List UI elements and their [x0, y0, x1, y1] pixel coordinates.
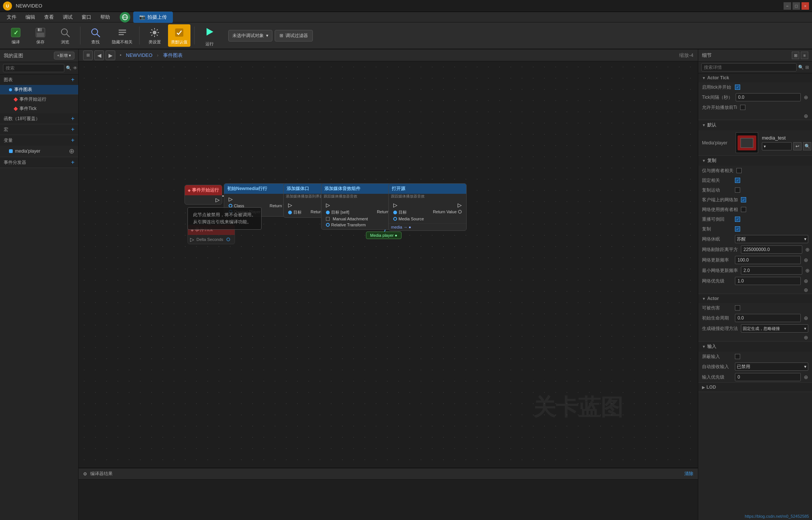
canvas-area[interactable]: ◆ 事件开始运行 ▷ 初始Newmedia行行 ▷ Class Owning P… [79, 61, 698, 468]
class-settings-button[interactable]: 类设置 [143, 24, 166, 47]
replicate-checkbox[interactable] [735, 226, 740, 232]
bottom-link[interactable]: https://blog.csdn.net/m0_52452585 [745, 514, 809, 519]
media-search-button[interactable]: 🔍 [803, 142, 811, 150]
minimize-button[interactable]: − [784, 2, 791, 10]
allow-tick-before-begin-play-row: 允许开始播放前Ti [698, 103, 812, 112]
menu-edit[interactable]: 编辑 [22, 12, 39, 22]
input-header[interactable]: ▼ 输入 [698, 342, 812, 352]
net-load-client-checkbox[interactable] [741, 197, 746, 202]
net-cull-spin[interactable]: ⊕ [805, 247, 810, 253]
actor-header[interactable]: ▼ Actor [698, 294, 812, 303]
menu-debug[interactable]: 调试 [59, 12, 76, 22]
grid-view-button[interactable]: ⊞ [792, 52, 799, 59]
save-button[interactable]: 保存 [29, 24, 52, 47]
breadcrumb-root[interactable]: NEWVIDEO [126, 52, 153, 58]
can-be-damaged-checkbox[interactable] [735, 305, 740, 311]
mediaplayer-variable-item[interactable]: media'player ⊕ [0, 146, 78, 157]
net-update-freq-spin[interactable]: ⊕ [804, 257, 808, 263]
menu-view[interactable]: 查看 [40, 12, 58, 22]
list-view-button[interactable]: ≡ [801, 52, 808, 59]
net-update-freq-input[interactable] [735, 256, 801, 264]
add-function-button[interactable]: + [71, 115, 74, 122]
initial-life-span-input[interactable] [735, 314, 801, 322]
always-relevant-checkbox[interactable] [735, 178, 740, 183]
breadcrumb-current[interactable]: 事件图表 [163, 52, 183, 59]
replay-checkbox[interactable] [735, 217, 740, 222]
add-dispatcher-button[interactable]: + [71, 159, 74, 166]
net-dormancy-select[interactable]: 苏醒 ▾ [735, 235, 808, 243]
menu-file[interactable]: 文件 [3, 12, 20, 22]
media-source-dropdown[interactable]: ▾ [762, 142, 792, 150]
expand-replication-icon[interactable]: ⊕ [804, 287, 808, 293]
input-priority-row: 输入优先级 ⊕ [698, 372, 812, 382]
event-dispatchers-header[interactable]: 事件分发器 + [0, 157, 78, 168]
open-source-node[interactable]: 打开源 跟踪媒体播放器音效 ▷ 目标 Media Source ▷ Return… [388, 183, 467, 231]
input-priority-spin[interactable]: ⊕ [804, 374, 808, 380]
variables-header[interactable]: 变量 + [0, 135, 78, 146]
input-priority-input[interactable] [735, 373, 801, 381]
right-search-input[interactable] [701, 63, 797, 71]
net-owner-checkbox[interactable] [741, 207, 746, 212]
net-priority-spin[interactable]: ⊕ [804, 278, 808, 284]
graphs-header[interactable]: 图表 + [0, 74, 78, 85]
run-icon [204, 26, 216, 40]
net-min-update-freq-input[interactable] [741, 266, 802, 275]
maximize-button[interactable]: □ [793, 2, 800, 10]
add-variable-button[interactable]: + [71, 137, 74, 144]
replicate-movement-checkbox[interactable] [735, 187, 740, 193]
event-tick-item[interactable]: 事件Tick [0, 104, 78, 113]
debug-object-dropdown[interactable]: 未选中调试对象 ▾ [228, 30, 272, 42]
actor-tick-header[interactable]: ▼ Actor Tick [698, 73, 812, 82]
spawn-collision-select[interactable]: 固定生成，忽略碰撞 ▾ [741, 324, 808, 333]
forward-nav-button[interactable]: ▶ [106, 51, 115, 60]
find-button[interactable]: 查找 [84, 24, 107, 47]
add-media-target-pin: 目标 [286, 209, 304, 216]
block-input-checkbox[interactable] [735, 354, 740, 359]
debug-filter-button[interactable]: ⊞ 调试过滤器 [275, 30, 313, 42]
tick-interval-spin[interactable]: ⊕ [804, 94, 808, 100]
net-min-update-freq-spin[interactable]: ⊕ [805, 267, 810, 273]
compiler-clear-button[interactable]: 清除 [684, 471, 693, 477]
home-nav-button[interactable]: ⊞ [83, 51, 93, 60]
search-input[interactable] [3, 64, 64, 72]
media-player-label-node[interactable]: Media player ● [366, 232, 402, 239]
tick-interval-input[interactable] [736, 93, 801, 101]
enable-tick-checkbox[interactable] [735, 85, 740, 90]
event-begin-play-node[interactable]: ◆ 事件开始运行 ▷ [184, 185, 222, 205]
expand-actor-tick-icon[interactable]: ⊕ [804, 113, 808, 119]
back-nav-button[interactable]: ◀ [94, 51, 104, 60]
net-cull-input[interactable] [741, 245, 802, 254]
actor-triangle: ▼ [702, 297, 706, 301]
upload-button[interactable]: 📷 拍摄上传 [133, 12, 173, 23]
macros-header[interactable]: 宏 + [0, 124, 78, 135]
menu-window[interactable]: 窗口 [78, 12, 95, 22]
functions-header[interactable]: 函数（18可覆盖） + [0, 113, 78, 124]
new-add-button[interactable]: +新增 ▾ [54, 52, 74, 59]
lod-header[interactable]: ▶ LOD [698, 383, 812, 392]
net-priority-input[interactable] [735, 277, 801, 285]
hide-button[interactable]: 隐藏不相关 [109, 24, 135, 47]
default-header[interactable]: ▼ 默认 [698, 120, 812, 130]
menu-help[interactable]: 帮助 [97, 12, 114, 22]
add-macro-button[interactable]: + [71, 126, 74, 133]
expand-icon[interactable]: ⊕ [69, 147, 74, 155]
event-graph-item[interactable]: 事件图表 [0, 85, 78, 94]
only-owner-checkbox[interactable] [736, 168, 742, 173]
class-defaults-icon [173, 27, 185, 39]
media-back-button[interactable]: ↩ [793, 142, 802, 150]
allow-tick-checkbox[interactable] [740, 105, 745, 110]
can-be-damaged-label: 可被伤害 [702, 305, 732, 311]
add-graph-button[interactable]: + [71, 76, 74, 83]
replication-header[interactable]: ▼ 复制 [698, 156, 812, 166]
life-span-spin[interactable]: ⊕ [804, 315, 808, 321]
expand-actor-icon[interactable]: ⊕ [804, 334, 808, 340]
event-tick-node[interactable]: ◆ 事件Tick ▷ Delta Seconds [187, 224, 235, 244]
compile-button[interactable]: ✓ 编译 [4, 24, 27, 47]
run-button[interactable]: 运行 [198, 24, 221, 47]
input-title: 输入 [707, 343, 716, 350]
close-button[interactable]: × [802, 2, 809, 10]
browse-button[interactable]: 浏览 [54, 24, 76, 47]
event-begin-play-item[interactable]: 事件开始运行 [0, 95, 78, 104]
auto-receive-input-select[interactable]: 已禁用 ▾ [735, 363, 808, 371]
class-defaults-button[interactable]: 类默认值 [168, 24, 190, 47]
